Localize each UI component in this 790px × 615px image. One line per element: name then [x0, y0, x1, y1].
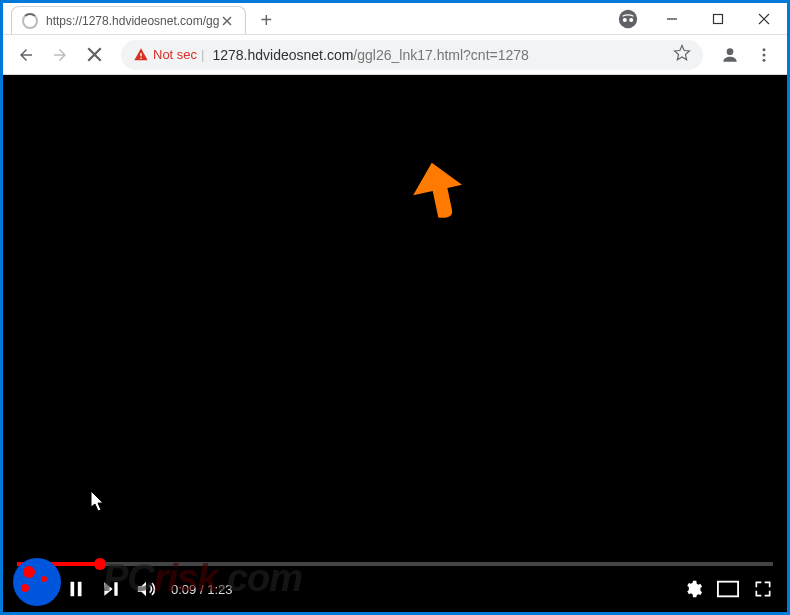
url-text: 1278.hdvideosnet.com/ggl26_lnk17.html?cn… — [212, 47, 665, 63]
svg-point-7 — [763, 48, 766, 51]
url-path: /ggl26_lnk17.html?cnt=1278 — [353, 47, 529, 63]
url-domain: 1278.hdvideosnet.com — [212, 47, 353, 63]
browser-tab[interactable]: https://1278.hdvideosnet.com/gg — [11, 6, 246, 34]
address-bar[interactable]: Not sec | 1278.hdvideosnet.com/ggl26_lnk… — [121, 40, 703, 70]
toolbar: Not sec | 1278.hdvideosnet.com/ggl26_lnk… — [3, 35, 787, 75]
menu-button[interactable] — [749, 40, 779, 70]
maximize-button[interactable] — [695, 3, 741, 35]
svg-point-2 — [629, 17, 633, 21]
tab-strip: https://1278.hdvideosnet.com/gg + — [3, 3, 617, 34]
minimize-button[interactable] — [649, 3, 695, 35]
svg-rect-10 — [718, 582, 738, 597]
svg-rect-5 — [140, 57, 141, 58]
svg-point-6 — [727, 48, 734, 55]
window-controls — [649, 3, 787, 35]
svg-rect-3 — [714, 14, 723, 23]
mouse-cursor-icon — [91, 491, 107, 513]
incognito-icon — [617, 8, 639, 30]
close-window-button[interactable] — [741, 3, 787, 35]
forward-button[interactable] — [45, 40, 75, 70]
titlebar: https://1278.hdvideosnet.com/gg + — [3, 3, 787, 35]
annotation-arrow-icon — [413, 162, 463, 222]
play-button[interactable] — [65, 578, 87, 600]
svg-rect-4 — [140, 53, 141, 56]
svg-point-1 — [623, 17, 627, 21]
loading-spinner-icon — [22, 13, 38, 29]
warning-icon — [133, 47, 149, 63]
back-button[interactable] — [11, 40, 41, 70]
profile-button[interactable] — [715, 40, 745, 70]
svg-point-8 — [763, 53, 766, 56]
svg-point-0 — [619, 9, 637, 27]
security-text: Not sec — [153, 47, 197, 62]
svg-point-9 — [763, 58, 766, 61]
new-tab-button[interactable]: + — [252, 6, 280, 34]
not-secure-indicator[interactable]: Not sec | — [133, 47, 204, 63]
fullscreen-button[interactable] — [753, 579, 773, 599]
page-content: PCrisk.com 0:09 / 1:23 — [3, 75, 787, 612]
browser-window: https://1278.hdvideosnet.com/gg + — [3, 3, 787, 612]
theater-button[interactable] — [717, 580, 739, 598]
watermark: PCrisk.com — [103, 557, 302, 600]
close-tab-button[interactable] — [219, 13, 235, 29]
tab-title: https://1278.hdvideosnet.com/gg — [46, 14, 219, 28]
play-overlay-icon[interactable] — [13, 558, 61, 606]
stop-reload-button[interactable] — [79, 40, 109, 70]
settings-button[interactable] — [683, 579, 703, 599]
bookmark-button[interactable] — [673, 44, 691, 66]
